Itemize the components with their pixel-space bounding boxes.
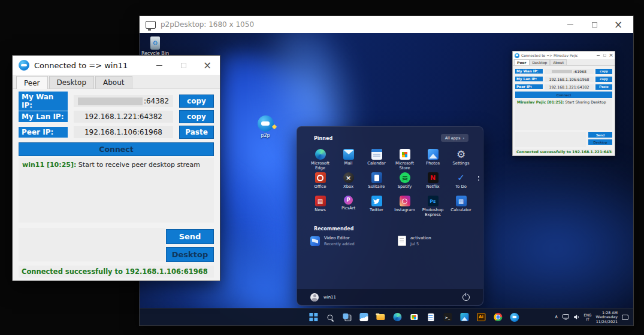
chrome-icon[interactable]: [492, 312, 503, 322]
mini-lan-ip-value: 192.168.1.106:61968: [549, 77, 589, 81]
language-code: ENG: [584, 313, 592, 317]
search-icon[interactable]: [325, 312, 335, 322]
start-app-microsoft-edge[interactable]: Microsoft Edge: [306, 147, 334, 170]
power-button[interactable]: [462, 294, 470, 301]
start-app-settings[interactable]: Settings: [447, 147, 475, 170]
microsoft-store-icon: [400, 149, 410, 160]
mini-wan-ip-field[interactable]: :61968: [545, 69, 594, 74]
start-app-netflix[interactable]: Netflix: [419, 170, 447, 194]
start-app-calendar[interactable]: Calendar: [362, 147, 391, 170]
my-wan-ip-label: My Wan IP:: [19, 92, 68, 111]
app-label: Office: [315, 185, 326, 190]
mini-minimize-button[interactable]: [596, 54, 600, 57]
mini-tab-desktop[interactable]: Desktop: [530, 59, 551, 65]
message-input[interactable]: [19, 228, 165, 261]
clock-and-date[interactable]: 1:28 AM Wednesday 11/24/2021: [596, 310, 618, 324]
language-indicator[interactable]: ENG IT: [584, 313, 592, 321]
photoshop-express-icon: [428, 196, 439, 206]
my-wan-ip-field[interactable]: :64382: [74, 95, 173, 107]
edge-browser-icon[interactable]: [392, 312, 402, 322]
peer-ip-field[interactable]: 192.168.1.106:61968: [74, 126, 173, 138]
p2p-shortcut[interactable]: p2p: [246, 115, 285, 138]
start-app-instagram[interactable]: Instagram: [391, 194, 419, 217]
tab-about[interactable]: About: [95, 76, 132, 89]
terminal-icon[interactable]: [442, 312, 452, 322]
p2p-logo-icon: [510, 313, 519, 322]
copy-wan-button[interactable]: copy: [179, 95, 214, 108]
mini-send-button[interactable]: Send: [588, 132, 612, 138]
start-app-picsart[interactable]: PicsArt: [334, 194, 362, 217]
mini-maximize-button[interactable]: [603, 54, 606, 57]
all-apps-label: All apps: [445, 136, 461, 141]
twitter-bird-icon: [371, 196, 382, 206]
mini-copy-wan-button[interactable]: copy: [595, 69, 612, 74]
start-app-xbox[interactable]: Xbox: [334, 170, 362, 194]
all-apps-button[interactable]: All apps ›: [441, 134, 468, 142]
recommended-activation[interactable]: activationJul 5: [398, 236, 482, 246]
tray-chevron-icon[interactable]: ∧: [555, 315, 558, 319]
shortcut-badge-icon: [272, 124, 277, 129]
mini-desktop-button[interactable]: Desktop: [588, 139, 612, 145]
mini-message-input[interactable]: [515, 132, 586, 147]
tab-desktop[interactable]: Desktop: [49, 76, 95, 89]
start-app-office[interactable]: Office: [306, 170, 334, 194]
photos-app-icon[interactable]: [459, 312, 469, 322]
mini-copy-lan-button[interactable]: copy: [595, 77, 612, 82]
paste-button[interactable]: Paste: [179, 126, 214, 139]
store-icon[interactable]: [409, 312, 419, 322]
start-app-news[interactable]: News: [306, 194, 334, 217]
mini-peer-ip-field[interactable]: 192.168.1.221:64382: [545, 84, 594, 90]
connect-button[interactable]: Connect: [19, 142, 214, 156]
file-explorer-icon[interactable]: [375, 312, 385, 322]
notification-center-icon[interactable]: [622, 315, 628, 320]
recommended-video-editor[interactable]: Video EditorRecently added: [310, 236, 394, 246]
pinned-apps-grid: Microsoft Edge Mail Calendar Microsoft S…: [306, 147, 475, 217]
illustrator-icon[interactable]: [476, 312, 486, 322]
recycle-bin-shortcut[interactable]: Recycle Bin: [140, 35, 174, 56]
close-button[interactable]: [614, 20, 622, 29]
start-app-twitter[interactable]: Twitter: [362, 194, 391, 217]
mini-window-titlebar[interactable]: Connected to => Miroslav Pejic: [513, 51, 615, 59]
notepad-icon[interactable]: [425, 312, 436, 322]
remote-window-titlebar[interactable]: p2pDesktop: 1680 x 1050: [140, 16, 633, 33]
start-app-solitaire[interactable]: Solitaire: [362, 170, 391, 194]
app-label: Photoshop Express: [419, 208, 446, 218]
maximize-button[interactable]: [590, 20, 598, 29]
mini-lan-ip-field[interactable]: 192.168.1.106:61968: [545, 77, 594, 82]
start-menu-scrollbar[interactable]: [478, 176, 480, 181]
app-label: Calendar: [367, 162, 386, 166]
start-app-spotify[interactable]: Spotify: [391, 170, 419, 194]
start-app-mail[interactable]: Mail: [334, 147, 362, 170]
app-label: Settings: [453, 162, 470, 166]
mini-tab-peer[interactable]: Peer: [514, 59, 530, 65]
peer-ip-label: Peer IP:: [19, 127, 68, 138]
mini-connect-button[interactable]: Connect: [515, 92, 612, 98]
start-app-todo[interactable]: To Do: [447, 170, 475, 194]
p2pdesktop-taskbar-icon[interactable]: [509, 312, 519, 322]
user-name[interactable]: win11: [323, 295, 336, 300]
copy-lan-button[interactable]: copy: [179, 110, 214, 123]
desktop-button[interactable]: Desktop: [166, 247, 214, 262]
start-app-calculator[interactable]: Calculator: [447, 194, 475, 217]
peer-close-button[interactable]: [203, 61, 211, 69]
send-button[interactable]: Send: [166, 229, 214, 244]
user-avatar[interactable]: [310, 293, 319, 302]
monitor-icon: [146, 21, 156, 29]
network-icon[interactable]: [563, 314, 569, 320]
my-lan-ip-field[interactable]: 192.168.1.221:64382: [74, 111, 173, 123]
peer-maximize-button[interactable]: [179, 61, 188, 69]
start-button-icon[interactable]: [308, 312, 318, 322]
tab-peer[interactable]: Peer: [16, 76, 48, 89]
peer-minimize-button[interactable]: [155, 61, 164, 69]
task-view-icon[interactable]: [341, 312, 352, 322]
minimize-button[interactable]: [566, 20, 575, 29]
mini-close-button[interactable]: [609, 54, 613, 57]
peer-window-titlebar[interactable]: Connected to => win11: [13, 56, 220, 75]
speaker-icon[interactable]: [573, 314, 580, 320]
start-app-photos[interactable]: Photos: [419, 147, 447, 170]
start-app-microsoft-store[interactable]: Microsoft Store: [391, 147, 419, 170]
widgets-icon[interactable]: [358, 312, 368, 322]
mini-paste-button[interactable]: Paste: [595, 84, 612, 90]
start-app-photoshop-express[interactable]: Photoshop Express: [419, 194, 447, 217]
mini-tab-about[interactable]: About: [550, 59, 567, 65]
